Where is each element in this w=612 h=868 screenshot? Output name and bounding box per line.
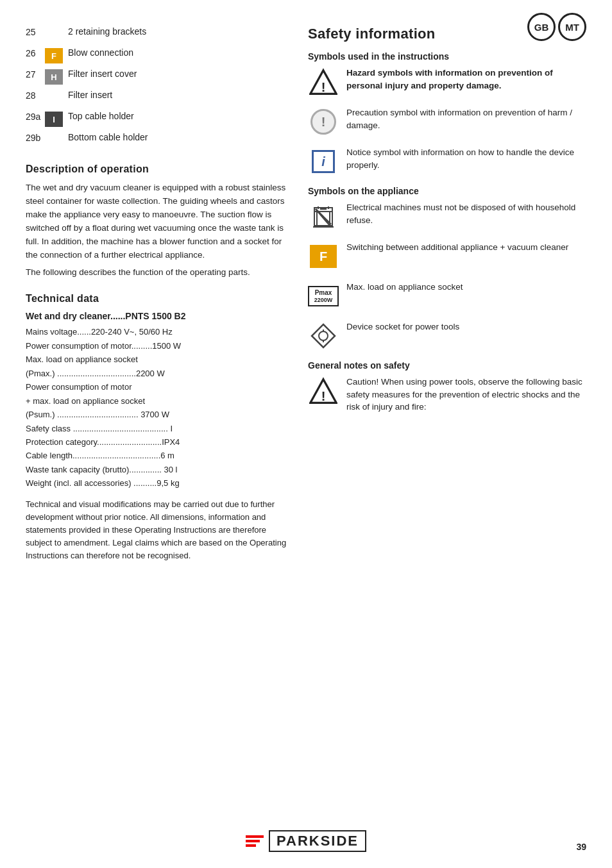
page: GB MT 25 2 retaining brackets 26 F Blow … <box>0 0 612 868</box>
symbol-row-notice: i Notice symbol with information on how … <box>308 146 586 177</box>
symbol-row-socket: Device socket for power tools <box>308 321 586 351</box>
part-label: Bottom cable holder <box>68 131 148 144</box>
tech-row: Cable length............................… <box>26 449 289 462</box>
parkside-logo: PARKSIDE <box>246 830 366 852</box>
precaution-circle-shape: ! <box>310 109 336 135</box>
brand-line-2 <box>246 840 260 842</box>
tech-row: Protection category.....................… <box>26 435 289 449</box>
tech-row: (Psum.) ................................… <box>26 408 289 421</box>
part-number: 29b <box>26 131 45 143</box>
tech-row: Power consumption of motor <box>26 380 289 394</box>
svg-point-12 <box>319 331 328 340</box>
list-item: 29a I Top cable holder <box>26 110 289 128</box>
part-badge-h: H <box>45 69 63 85</box>
precaution-icon: ! <box>308 106 339 137</box>
disposal-text: Electrical machines must not be disposed… <box>346 201 586 226</box>
general-notes-text: Caution! When using power tools, observe… <box>346 376 586 413</box>
appliance-symbols-title: Symbols on the appliance <box>308 186 586 196</box>
tech-subtitle: Wet and dry cleaner......PNTS 1500 B2 <box>26 311 289 321</box>
part-badge-f: F <box>45 48 63 63</box>
tech-row: + max. load on appliance socket <box>26 394 289 408</box>
part-number: 28 <box>26 89 45 101</box>
tech-note: Technical and visual modifications may b… <box>26 498 289 563</box>
symbol-row-switching: F Switching between additional appliance… <box>308 241 586 272</box>
switching-text: Switching between additional appliance +… <box>346 241 586 254</box>
pmax-text: Max. load on appliance socket <box>346 281 586 294</box>
tech-row: Safety class ...........................… <box>26 422 289 435</box>
pmax-icon: Pmax 2200W <box>308 281 339 312</box>
symbol-row-disposal: Electrical machines must not be disposed… <box>308 201 586 232</box>
page-number: 39 <box>576 842 586 852</box>
badge-gb: GB <box>527 13 556 41</box>
notice-icon: i <box>308 146 339 177</box>
general-notes-title: General notes on safety <box>308 360 586 371</box>
tech-row: Mains voltage......220-240 V~, 50/60 Hz <box>26 325 289 338</box>
badge-mt: MT <box>558 13 586 41</box>
part-label: 2 retaining brackets <box>68 26 146 38</box>
socket-icon <box>308 321 339 351</box>
precaution-text: Precaution symbol with information on pr… <box>346 106 586 131</box>
svg-text:!: ! <box>321 80 326 94</box>
brand-line-1 <box>246 835 264 838</box>
part-label: Filter insert cover <box>68 68 137 81</box>
part-label: Blow connection <box>68 47 133 60</box>
tech-row: Power consumption of motor.........1500 … <box>26 339 289 353</box>
svg-marker-11 <box>312 324 335 347</box>
page-footer: PARKSIDE <box>0 830 612 852</box>
hazard-icon: ! <box>308 67 339 97</box>
tech-row: Max. load on appliance socket <box>26 353 289 366</box>
notice-box-shape: i <box>312 150 335 173</box>
disposal-icon <box>308 201 339 232</box>
svg-text:!: ! <box>321 389 326 403</box>
list-item: 29b I Bottom cable holder <box>26 131 289 149</box>
switch-f-badge: F <box>310 245 337 268</box>
tech-row: Weight (incl. all accessories) .........… <box>26 476 289 490</box>
switching-icon: F <box>308 241 339 272</box>
list-item: 27 H Filter insert cover <box>26 68 289 86</box>
description-text2: The following describes the function of … <box>26 266 289 280</box>
technical-data: Wet and dry cleaner......PNTS 1500 B2 Ma… <box>26 311 289 562</box>
parts-list: 25 2 retaining brackets 26 F Blow connec… <box>26 26 289 149</box>
general-hazard-icon: ! <box>308 376 339 406</box>
list-item: 28 H Filter insert <box>26 89 289 107</box>
part-number: 25 <box>26 26 45 37</box>
symbol-row-hazard: ! Hazard symbols with information on pre… <box>308 67 586 97</box>
part-label: Top cable holder <box>68 110 134 123</box>
list-item: 26 F Blow connection <box>26 47 289 65</box>
description-title: Description of operation <box>26 163 289 175</box>
symbols-used-title: Symbols used in the instructions <box>308 51 586 62</box>
part-badge-i: I <box>45 112 63 127</box>
right-column: Safety information Symbols used in the i… <box>308 26 586 566</box>
notice-text: Notice symbol with information on how to… <box>346 146 586 171</box>
brand-line-3 <box>246 844 256 847</box>
technical-title: Technical data <box>26 293 289 305</box>
part-number: 29a <box>26 110 45 122</box>
symbol-row-precaution: ! Precaution symbol with information on … <box>308 106 586 137</box>
part-number: 26 <box>26 47 45 58</box>
tech-lines: Mains voltage......220-240 V~, 50/60 Hz … <box>26 325 289 490</box>
hazard-text: Hazard symbols with information on preve… <box>346 67 586 92</box>
brand-lines <box>246 835 264 847</box>
left-column: 25 2 retaining brackets 26 F Blow connec… <box>26 26 289 566</box>
brand-name: PARKSIDE <box>269 830 366 852</box>
list-item: 25 2 retaining brackets <box>26 26 289 44</box>
pmax-badge-shape: Pmax 2200W <box>308 286 339 306</box>
tech-row: Waste tank capacity (brutto)............… <box>26 463 289 476</box>
socket-text: Device socket for power tools <box>346 321 586 333</box>
symbol-row-general: ! Caution! When using power tools, obser… <box>308 376 586 413</box>
language-badges: GB MT <box>527 13 586 41</box>
symbol-row-pmax: Pmax 2200W Max. load on appliance socket <box>308 281 586 312</box>
description-text1: The wet and dry vacuum cleaner is equipp… <box>26 181 289 262</box>
part-label: Filter insert <box>68 89 112 102</box>
part-number: 27 <box>26 68 45 79</box>
tech-row: (Pmax.) ................................… <box>26 367 289 380</box>
